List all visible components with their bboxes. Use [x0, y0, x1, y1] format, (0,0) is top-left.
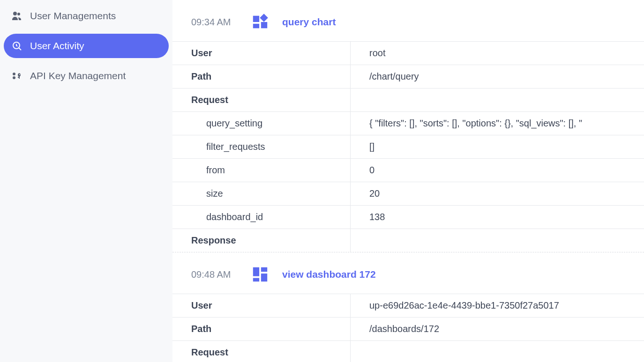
- table-row: Response: [172, 229, 644, 252]
- table-row: Path /chart/query: [172, 65, 644, 88]
- entry-title-link[interactable]: view dashboard 172: [282, 269, 376, 280]
- sidebar-item-label: API Key Management: [30, 70, 126, 81]
- detail-table: User root Path /chart/query Request quer…: [172, 41, 644, 252]
- detail-key: from: [172, 159, 351, 182]
- table-row: size 20: [172, 182, 644, 205]
- table-row: Path /dashboards/172: [172, 317, 644, 340]
- svg-rect-9: [253, 278, 259, 282]
- detail-key: Path: [172, 318, 351, 340]
- svg-rect-11: [261, 273, 267, 281]
- svg-point-1: [13, 73, 15, 75]
- table-row: filter_requests []: [172, 135, 644, 158]
- users-icon: [11, 10, 22, 22]
- sidebar-item-api-key-management[interactable]: API Key Management: [4, 64, 169, 88]
- activity-entry: 09:48 AM view dashboard 172 User up-e69d…: [172, 252, 644, 362]
- detail-key: Path: [172, 65, 351, 88]
- detail-value: /chart/query: [351, 65, 644, 88]
- svg-rect-5: [253, 24, 259, 29]
- activity-icon: [11, 40, 22, 52]
- detail-key: Request: [172, 341, 351, 362]
- svg-point-2: [13, 76, 15, 79]
- table-row: User up-e69d26ac-1e4e-4439-bbe1-7350f27a…: [172, 294, 644, 317]
- sidebar-item-label: User Activity: [30, 40, 84, 52]
- main-content: 09:34 AM query chart User root Path /cha…: [172, 0, 644, 362]
- chart-icon: [251, 13, 269, 31]
- detail-value: 138: [351, 206, 644, 229]
- detail-key: size: [172, 182, 351, 205]
- detail-key: dashboard_id: [172, 206, 351, 229]
- table-row: Request: [172, 340, 644, 362]
- api-key-icon: [11, 70, 22, 81]
- svg-rect-7: [260, 14, 268, 22]
- detail-value: 20: [351, 182, 644, 205]
- detail-key: filter_requests: [172, 135, 351, 158]
- svg-point-3: [19, 74, 20, 75]
- detail-key: Response: [172, 229, 351, 252]
- detail-value: root: [351, 42, 644, 65]
- entry-header: 09:48 AM view dashboard 172: [172, 266, 644, 294]
- detail-value: 0: [351, 159, 644, 182]
- svg-rect-4: [253, 16, 259, 22]
- detail-value: []: [351, 135, 644, 158]
- table-row: query_setting { "filters": [], "sorts": …: [172, 111, 644, 135]
- detail-key: Request: [172, 89, 351, 111]
- table-row: User root: [172, 41, 644, 65]
- detail-value: [351, 89, 644, 111]
- sidebar-item-label: User Managements: [30, 10, 116, 22]
- entry-title-link[interactable]: query chart: [282, 16, 336, 28]
- table-row: dashboard_id 138: [172, 205, 644, 229]
- activity-entry: 09:34 AM query chart User root Path /cha…: [172, 0, 644, 252]
- table-row: from 0: [172, 158, 644, 182]
- detail-table: User up-e69d26ac-1e4e-4439-bbe1-7350f27a…: [172, 294, 644, 362]
- entry-time: 09:48 AM: [191, 269, 238, 280]
- detail-key: User: [172, 42, 351, 65]
- sidebar: User Managements User Activity API Key M…: [0, 0, 172, 362]
- detail-value: up-e69d26ac-1e4e-4439-bbe1-7350f27a5017: [351, 294, 644, 317]
- svg-rect-10: [261, 267, 267, 272]
- sidebar-item-user-activity[interactable]: User Activity: [4, 34, 169, 58]
- detail-value: [351, 229, 644, 252]
- detail-key: query_setting: [172, 112, 351, 135]
- dashboard-icon: [251, 266, 269, 283]
- table-row: Request: [172, 88, 644, 111]
- detail-value: /dashboards/172: [351, 318, 644, 340]
- detail-value: { "filters": [], "sorts": [], "options":…: [351, 112, 644, 135]
- entry-time: 09:34 AM: [191, 17, 238, 28]
- svg-rect-6: [261, 22, 267, 28]
- sidebar-item-user-managements[interactable]: User Managements: [4, 4, 169, 28]
- entry-header: 09:34 AM query chart: [172, 13, 644, 41]
- svg-rect-8: [253, 267, 259, 276]
- detail-key: User: [172, 294, 351, 317]
- detail-value: [351, 341, 644, 362]
